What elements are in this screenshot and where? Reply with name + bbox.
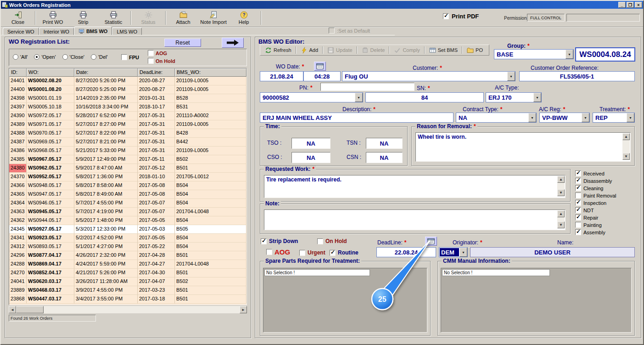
toolbar-button-print-wo[interactable]: Print WO xyxy=(38,10,68,26)
column-header-date[interactable]: Date: xyxy=(74,68,138,77)
editor-toolbar-button-refresh[interactable]: Refresh xyxy=(262,46,295,55)
vertical-scrollbar[interactable]: ▲ ▼ xyxy=(622,133,630,160)
treatment-check-ndt[interactable]: NDT xyxy=(575,207,616,213)
maximize-icon[interactable]: ❐ xyxy=(627,2,634,8)
vertical-scrollbar[interactable]: ▲ ▼ xyxy=(557,210,565,228)
forward-button[interactable] xyxy=(222,38,244,48)
table-row[interactable]: 24380WS0962.05.175/9/2017 8:47:00 AM2017… xyxy=(9,164,246,173)
actype-select[interactable]: ERJ 170 ▼ xyxy=(486,92,542,102)
editor-toolbar-button-add[interactable]: Add xyxy=(297,46,322,55)
originator-select[interactable]: DEM ▼ xyxy=(439,247,468,257)
aog-checkbox[interactable]: AOG xyxy=(266,248,290,256)
editor-toolbar-button-set-bms[interactable]: Set BMS xyxy=(426,46,461,55)
on-hold-filter-checkbox[interactable]: On Hold xyxy=(148,58,175,64)
cso-field[interactable]: NA xyxy=(291,152,330,163)
table-row[interactable]: 24270WS0852.04.174/21/2017 5:26:00 PM201… xyxy=(9,269,246,277)
note-textarea[interactable] xyxy=(264,209,566,230)
editor-toolbar-button-comply[interactable]: Comply xyxy=(391,46,423,55)
cmm-grid[interactable]: No Selection ! xyxy=(441,268,632,333)
treatment-check-received[interactable]: Received xyxy=(575,170,616,176)
horizontal-scrollbar[interactable]: ◄ ► xyxy=(9,306,247,313)
toolbar-button-strip[interactable]: Strip xyxy=(68,10,98,26)
treatment-select[interactable]: REP ▼ xyxy=(593,113,635,123)
scroll-thumb[interactable] xyxy=(16,306,44,313)
column-header-id[interactable]: ID: xyxy=(9,68,27,77)
minimize-icon[interactable]: _ xyxy=(618,2,626,8)
close-window-icon[interactable]: × xyxy=(635,2,642,8)
table-row[interactable]: 24345WS0927.05.175/3/2017 12:33:00 PM201… xyxy=(9,225,246,234)
aog-filter-checkbox[interactable]: AOG xyxy=(148,50,167,56)
wo-time-field[interactable]: 04:28 xyxy=(303,71,341,81)
tsn-field[interactable]: NA xyxy=(366,138,403,149)
contract-type-select[interactable]: NA ▼ xyxy=(456,113,537,123)
table-row[interactable]: 24363WS0945.05.175/7/2017 4:19:00 PM2017… xyxy=(9,208,246,216)
table-row[interactable]: 24401WS0002.08.208/27/2020 5:26:00 PM202… xyxy=(9,77,246,85)
chevron-down-icon[interactable]: ▼ xyxy=(528,113,536,122)
group-select[interactable]: BASE ▼ xyxy=(494,49,574,59)
chevron-down-icon[interactable]: ▼ xyxy=(459,248,467,257)
scroll-left-icon[interactable]: ◄ xyxy=(9,306,16,313)
strip-down-checkbox[interactable]: Strip Down xyxy=(261,238,298,244)
scroll-track[interactable] xyxy=(557,183,565,189)
tab-bms-wo[interactable]: BMS WO xyxy=(74,27,112,35)
treatment-check-assembly[interactable]: Assembly xyxy=(575,229,616,235)
scroll-up-icon[interactable]: ▲ xyxy=(557,210,565,217)
table-row[interactable]: 24296WS0877.04.174/26/2017 2:32:00 PM201… xyxy=(9,251,246,260)
table-row[interactable]: 24041WS0620.03.173/26/2017 11:28:00 AM20… xyxy=(9,277,246,286)
column-header-bms-wo[interactable]: BMS_WO: xyxy=(175,68,246,77)
scroll-track[interactable] xyxy=(557,217,565,221)
table-row[interactable]: 24341WS0923.05.175/2/2017 4:52:00 PM2017… xyxy=(9,234,246,243)
column-header-deadline[interactable]: DeadLine: xyxy=(138,68,175,77)
deadline-field[interactable]: 22.08.24 xyxy=(376,247,436,257)
table-row[interactable]: 24390WS0972.05.175/28/2017 6:52:00 PM201… xyxy=(9,112,246,120)
table-row[interactable]: 24312WS0893.05.175/1/2017 4:27:00 PM2017… xyxy=(9,243,246,251)
pn-filter-field[interactable] xyxy=(320,83,414,91)
table-row[interactable]: 24386WS0968.05.175/21/2017 5:33:00 PM201… xyxy=(9,147,246,155)
customer-order-reference-field[interactable]: FL5356/05-1 xyxy=(519,71,635,81)
description-field[interactable]: ERJ MAIN WHEEL ASSY xyxy=(260,113,454,123)
table-row[interactable]: 24288WS0869.04.174/24/2017 5:59:00 PM201… xyxy=(9,260,246,269)
spare-parts-grid[interactable]: No Selection ! xyxy=(263,268,427,333)
treatment-check-repair[interactable]: Repair xyxy=(575,215,616,221)
filter-radio-close[interactable]: 'Close' xyxy=(62,54,84,60)
customer-select[interactable]: Flug OU ▼ xyxy=(342,71,515,81)
vertical-scrollbar[interactable]: ▲ ▼ xyxy=(557,176,565,196)
table-row[interactable]: 24389WS0971.05.175/27/2017 8:27:00 PM201… xyxy=(9,120,246,129)
wo-date-field[interactable]: 21.08.24 xyxy=(260,71,303,81)
scroll-up-icon[interactable]: ▲ xyxy=(622,133,630,140)
table-row[interactable]: 24387WS0969.05.175/27/2017 8:21:00 PM201… xyxy=(9,138,246,147)
chevron-down-icon[interactable]: ▼ xyxy=(566,50,573,59)
treatment-check-cleaning[interactable]: Cleaning xyxy=(575,185,616,191)
on-hold-checkbox[interactable]: On Hold xyxy=(317,238,347,244)
table-row[interactable]: 24370WS0952.05.175/8/2017 1:36:00 PM2018… xyxy=(9,173,246,181)
toolbar-button-attach[interactable]: Attach xyxy=(168,10,198,26)
treatment-check-painting[interactable]: Painting xyxy=(575,222,616,228)
toolbar-button-statistic[interactable]: Statistic xyxy=(98,10,129,26)
sn-field[interactable]: 84 xyxy=(365,92,484,102)
reset-button[interactable]: Reset xyxy=(164,39,201,47)
chevron-down-icon[interactable]: ▼ xyxy=(507,72,515,81)
pn-select[interactable]: 90000582 ▼ xyxy=(260,92,363,102)
scroll-down-icon[interactable]: ▼ xyxy=(557,189,565,196)
treatment-check-disassembly[interactable]: Disassembly xyxy=(575,178,616,184)
scroll-down-icon[interactable]: ▼ xyxy=(622,153,630,160)
tab-interior-wo[interactable]: Interior WO xyxy=(39,28,74,35)
filter-radio-open[interactable]: 'Open' xyxy=(34,54,56,60)
csn-field[interactable]: NA xyxy=(366,152,403,163)
table-row[interactable]: 24388WS0970.05.175/27/2017 8:22:00 PM201… xyxy=(9,129,246,138)
fpu-checkbox[interactable]: FPU xyxy=(121,54,139,60)
editor-toolbar-button-po[interactable]: PO xyxy=(464,46,486,55)
toolbar-button-status[interactable]: Status xyxy=(133,10,163,26)
scroll-track[interactable] xyxy=(16,306,240,313)
editor-toolbar-button-update[interactable]: Update xyxy=(324,46,355,55)
table-row[interactable]: 24362WS0944.05.175/5/2017 1:48:00 PM2017… xyxy=(9,216,246,225)
column-header-wo[interactable]: WO: xyxy=(27,68,74,77)
filter-radio-del[interactable]: 'Del' xyxy=(91,54,108,60)
table-row[interactable]: 24364WS0946.05.175/7/2017 4:55:00 PM2017… xyxy=(9,199,246,208)
toolbar-button-help[interactable]: ?Help xyxy=(229,10,259,26)
treatment-check-inspection[interactable]: Inspection xyxy=(575,200,616,206)
table-row[interactable]: 24400WS0001.08.208/27/2020 5:25:00 PM202… xyxy=(9,85,246,94)
treatment-check-paint-removal[interactable]: Paint Removal xyxy=(575,192,616,198)
editor-toolbar-button-delete[interactable]: Delete xyxy=(358,46,388,55)
scroll-down-icon[interactable]: ▼ xyxy=(557,221,565,228)
